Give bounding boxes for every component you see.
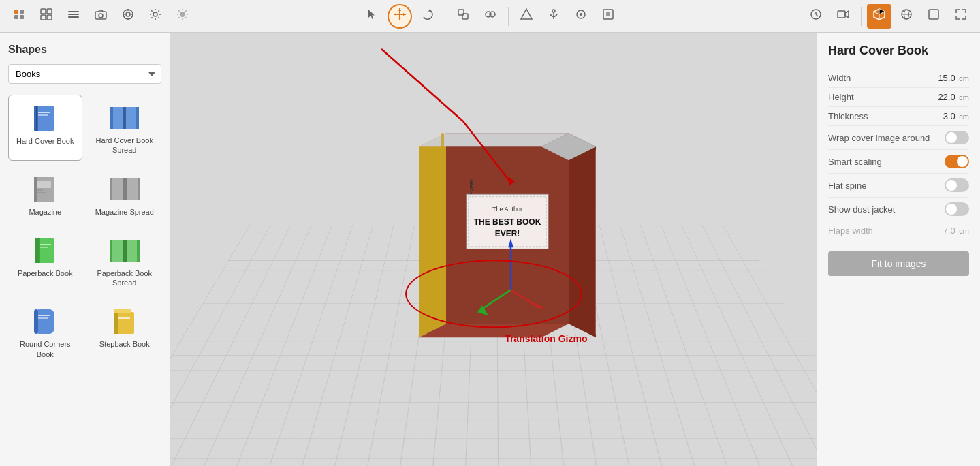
flaps-width-row: Flaps width 7.0 cm — [828, 221, 969, 240]
frame-button[interactable] — [921, 4, 946, 29]
scale-icon — [456, 7, 470, 25]
svg-point-12 — [99, 14, 103, 18]
svg-rect-62 — [38, 114, 48, 116]
svg-rect-8 — [68, 11, 79, 12]
svg-rect-7 — [47, 15, 52, 20]
settings-icon — [148, 7, 162, 25]
box-icon — [872, 7, 886, 25]
3d-view-button[interactable] — [867, 4, 891, 29]
svg-rect-95 — [118, 317, 130, 319]
anchor-tool-button[interactable] — [541, 4, 566, 29]
svg-rect-87 — [123, 240, 127, 262]
expand-button[interactable] — [949, 4, 973, 29]
svg-marker-32 — [398, 18, 401, 20]
smart-scaling-toggle[interactable] — [945, 155, 969, 168]
svg-rect-10 — [68, 16, 79, 18]
svg-rect-61 — [38, 112, 50, 113]
shape-label-magazine-spread: Magazine Spread — [95, 207, 154, 217]
globe-button[interactable] — [894, 4, 919, 29]
svg-rect-90 — [38, 315, 50, 316]
lock-icon — [574, 7, 588, 25]
settings-button[interactable] — [143, 4, 168, 29]
scale-tool-button[interactable] — [451, 4, 475, 29]
history-button[interactable] — [804, 4, 828, 29]
smart-scaling-label: Smart scaling — [828, 157, 882, 167]
svg-rect-69 — [34, 177, 37, 202]
magazine-spread-icon — [107, 172, 142, 207]
video-button[interactable] — [831, 4, 855, 29]
svg-rect-79 — [35, 238, 39, 263]
svg-rect-60 — [36, 106, 37, 131]
paperback-book-spread-icon — [107, 233, 142, 268]
properties-panel: Hard Cover Book Width 15.0 cm Height 22.… — [817, 33, 980, 466]
shape-item-round-corners-book[interactable]: Round Corners Book — [8, 298, 82, 364]
boolean-tool-button[interactable] — [514, 4, 539, 29]
book-3d-container: THE BEST BOOK EVER! The Author THE BEST … — [392, 106, 596, 367]
svg-rect-76 — [138, 178, 140, 200]
svg-point-13 — [123, 10, 133, 19]
hard-cover-book-spread-icon — [107, 100, 142, 136]
svg-rect-46 — [606, 12, 610, 16]
svg-point-39 — [490, 12, 495, 17]
magazine-icon — [27, 172, 63, 207]
category-select[interactable]: Books — [8, 64, 161, 84]
svg-rect-67 — [123, 107, 126, 129]
svg-rect-70 — [37, 181, 51, 188]
wrap-cover-toggle-row: Wrap cover image around — [828, 126, 969, 150]
svg-rect-86 — [137, 240, 140, 262]
fit-to-images-button[interactable]: Fit to images — [828, 251, 969, 276]
add-button[interactable] — [7, 4, 31, 29]
light-button[interactable] — [170, 4, 195, 29]
svg-rect-74 — [110, 178, 112, 200]
svg-rect-99 — [422, 160, 443, 283]
svg-rect-94 — [114, 309, 131, 313]
group-tool-button[interactable] — [478, 4, 503, 29]
svg-rect-81 — [40, 244, 51, 245]
svg-line-27 — [178, 17, 179, 18]
shape-item-stepback-book[interactable]: Stepback Book — [88, 298, 162, 364]
thickness-label: Thickness — [828, 111, 868, 121]
camera-icon — [94, 7, 108, 25]
boolean-icon — [520, 7, 533, 25]
shape-item-hard-cover-book[interactable]: Hard Cover Book — [8, 95, 82, 161]
shape-item-paperback-book[interactable]: Paperback Book — [8, 228, 82, 294]
svg-point-44 — [580, 13, 582, 16]
wrap-cover-toggle[interactable] — [945, 131, 969, 144]
camera-button[interactable] — [89, 4, 113, 29]
shape-label-stepback-book: Stepback Book — [99, 339, 150, 349]
right-toolbar — [804, 4, 973, 29]
toolbar — [0, 0, 980, 33]
flat-spine-toggle[interactable] — [945, 178, 969, 192]
svg-rect-2 — [14, 15, 18, 19]
shape-item-magazine-spread[interactable]: Magazine Spread — [88, 166, 162, 222]
show-dust-jacket-toggle[interactable] — [945, 202, 969, 216]
svg-rect-101 — [441, 133, 444, 174]
width-label: Width — [828, 73, 851, 83]
shape-label-magazine: Magazine — [29, 207, 61, 217]
svg-rect-50 — [838, 11, 845, 18]
rotate-tool-button[interactable] — [415, 4, 439, 29]
shape-item-hard-cover-book-spread[interactable]: Hard Cover Book Spread — [88, 95, 162, 161]
flaps-width-label: Flaps width — [828, 226, 873, 236]
thickness-value: 3.0 cm — [943, 111, 969, 121]
surface-tool-button[interactable] — [596, 4, 620, 29]
menu-button[interactable] — [61, 4, 86, 29]
svg-rect-66 — [136, 107, 139, 129]
svg-point-14 — [126, 12, 130, 16]
shape-item-paperback-book-spread[interactable]: Paperback Book Spread — [88, 228, 162, 294]
svg-rect-57 — [929, 10, 938, 19]
shape-label-round-corners-book: Round Corners Book — [11, 339, 80, 359]
expand-icon — [954, 7, 968, 25]
target-button[interactable] — [116, 4, 140, 29]
flat-spine-label: Flat spine — [828, 181, 866, 191]
select-tool-button[interactable] — [360, 4, 385, 29]
sidebar-title: Shapes — [8, 44, 161, 56]
lock-tool-button[interactable] — [569, 4, 593, 29]
svg-rect-72 — [37, 192, 46, 193]
shapes-sidebar: Shapes Books Hard Cover Book — [0, 33, 170, 466]
3d-viewport[interactable]: THE BEST BOOK EVER! The Author THE BEST … — [170, 33, 817, 466]
grid-button[interactable] — [34, 4, 59, 29]
shape-item-magazine[interactable]: Magazine — [8, 166, 82, 222]
surface-icon — [601, 7, 615, 25]
move-tool-button[interactable] — [388, 4, 412, 29]
